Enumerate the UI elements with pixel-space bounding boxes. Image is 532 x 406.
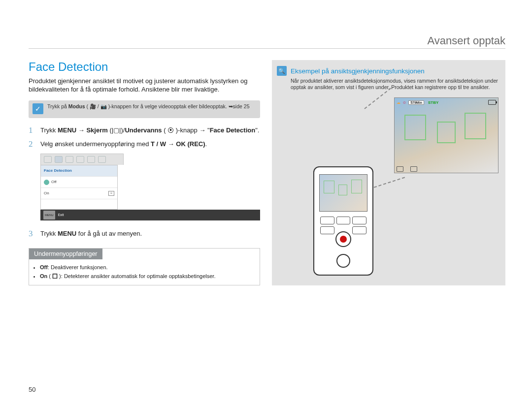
camera-button[interactable]: [320, 217, 334, 224]
time-remaining: 579Min: [408, 100, 424, 105]
hd-icon: [397, 166, 403, 172]
camera-lens: [336, 254, 350, 268]
step-number: 2: [29, 140, 35, 149]
example-text: Når produktet aktiverer ansiktsdeteksjon…: [291, 78, 500, 91]
menu-exit-button[interactable]: MENU: [43, 211, 55, 219]
manual-page: Avansert opptak Face Detection Produktet…: [0, 0, 532, 406]
right-column: 🔍 Eksempel på ansiktsgjenkjenningsfunksj…: [272, 60, 505, 285]
diagram: ☁ ☺ 579Min STBY: [277, 97, 500, 265]
face-frame: [404, 115, 426, 140]
header-rule: [29, 48, 505, 49]
camera-button[interactable]: [336, 217, 351, 224]
camera-button[interactable]: [352, 226, 366, 234]
radio-selected-icon: [44, 180, 49, 185]
menu-option-on[interactable]: On ☺: [41, 187, 117, 199]
tip-box: ✓ Trykk på Modus ( 🎥 / 📷 )-knappen for å…: [29, 100, 260, 118]
page-header: Avansert opptak: [427, 34, 505, 47]
face-frame: [465, 113, 486, 139]
menu-option-off[interactable]: Off: [41, 176, 117, 187]
step-3: 3 Trykk MENU for å gå ut av menyen.: [29, 229, 260, 238]
menu-tab-bar: [40, 154, 124, 165]
page-number: 50: [29, 386, 35, 393]
submenu-box: Undermenyoppføringer Off: Deaktiverer fu…: [29, 248, 260, 285]
step-number: 1: [29, 126, 35, 135]
status-label: STBY: [428, 100, 438, 105]
camera-button[interactable]: [352, 217, 366, 224]
camera-lcd: [319, 174, 367, 212]
battery-icon: [488, 100, 496, 105]
cloud-icon: ☁: [397, 100, 400, 105]
camera-device: [313, 166, 373, 276]
record-button[interactable]: [335, 231, 351, 247]
submenu-item: On ( 🞏 ): Detekterer ansikter automatisk…: [40, 272, 259, 280]
magnify-icon: 🔍: [277, 66, 287, 76]
step-2: 2 Velg ønsket undermenyoppføring med T /…: [29, 140, 260, 149]
menu-screenshot: Face Detection Off On ☺ MENU Exi: [40, 154, 260, 220]
submenu-heading: Undermenyoppføringer: [29, 249, 102, 259]
menu-title: Face Detection: [41, 165, 117, 176]
enlarged-screen: ☁ ☺ 579Min STBY: [394, 97, 499, 173]
face-icon: ☺: [108, 191, 114, 196]
quality-icon: [410, 166, 417, 172]
face-frame: [437, 122, 456, 143]
step-1: 1 Trykk MENU → Skjerm (|▢|)/Undervanns (…: [29, 126, 260, 135]
check-icon: ✓: [33, 103, 43, 114]
face-frame: [324, 181, 334, 193]
camera-button[interactable]: [320, 226, 334, 234]
callout-line: [364, 88, 391, 109]
left-column: Face Detection Produktet gjenkjenner ans…: [29, 60, 260, 285]
osd-top-bar: ☁ ☺ 579Min STBY: [397, 99, 496, 106]
intro-text: Produktet gjenkjenner ansiktet til motiv…: [29, 77, 260, 94]
menu-footer: MENU Exit: [40, 210, 260, 220]
example-heading: 🔍 Eksempel på ansiktsgjenkjenningsfunksj…: [277, 66, 500, 76]
submenu-item: Off: Deaktiverer funksjonen.: [40, 263, 259, 271]
osd-bottom-bar: [397, 166, 496, 172]
section-title: Face Detection: [29, 60, 260, 74]
tip-text: Trykk på Modus ( 🎥 / 📷 )-knappen for å v…: [47, 103, 249, 110]
step-number: 3: [29, 229, 35, 238]
steps: 1 Trykk MENU → Skjerm (|▢|)/Undervanns (…: [29, 126, 260, 238]
face-frame: [338, 185, 347, 195]
face-frame: [351, 180, 362, 193]
face-mode-icon: ☺: [402, 100, 406, 105]
